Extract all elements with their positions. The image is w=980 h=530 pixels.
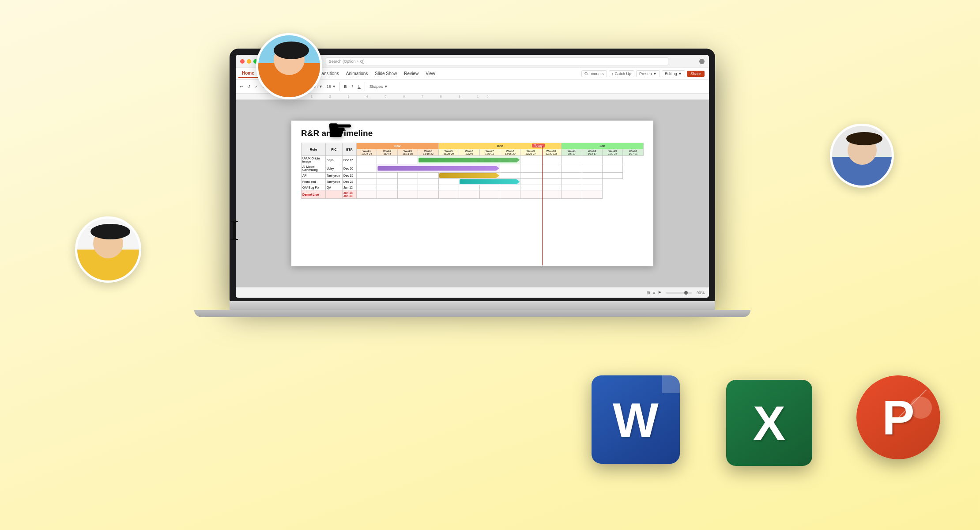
hand-cursor-icon: ☛ — [327, 113, 354, 148]
text-cursor-icon: I — [230, 216, 239, 245]
avatar-man-blue — [830, 124, 894, 188]
laptop-base — [230, 301, 715, 310]
powerpoint-app-icon[interactable]: P — [856, 375, 940, 459]
tab-animations[interactable]: Animations — [343, 70, 371, 77]
tab-view[interactable]: View — [422, 70, 439, 77]
table-row: Front-end Taehyeon Dec 22 — [302, 179, 644, 185]
table-row: API Taehyeon Dec 15 — [302, 173, 644, 179]
table-row: UI/UX Origin image Sejin Dec 15 — [302, 156, 644, 164]
excel-app-icon[interactable]: X — [726, 380, 812, 466]
table-row-demo: Demo/ Live Jan 15Jan 31 — [302, 190, 644, 199]
ppt-statusbar: ⊞ ≡ ⚑ 90% — [236, 287, 709, 298]
btn-catchup[interactable]: ↑ Catch Up — [609, 70, 635, 77]
avatar-woman-orange — [256, 33, 322, 99]
laptop-foot — [194, 310, 750, 317]
btn-share[interactable]: Share — [687, 71, 705, 77]
tab-slideshow[interactable]: Slide Show — [371, 70, 400, 77]
gantt-table: Role PIC ETA Nov Dec Jan — [301, 143, 644, 199]
table-row: QA/ Bug Fix QA Jan 12 — [302, 185, 644, 190]
btn-shapes[interactable]: Shapes ▼ — [367, 83, 390, 90]
btn-editing[interactable]: Editing ▼ — [662, 70, 685, 77]
table-row: AI Model Generating Uday Dec 20 — [302, 164, 644, 173]
tab-review[interactable]: Review — [400, 70, 422, 77]
window-controls — [240, 59, 258, 64]
canvas-area: R&R and Timeline Today Role PIC ETA — [236, 100, 709, 287]
avatar-woman-yellow — [75, 216, 141, 283]
btn-comments[interactable]: Comments — [581, 70, 607, 77]
word-app-icon[interactable]: W — [592, 375, 680, 464]
tab-home[interactable]: Home — [238, 69, 258, 78]
btn-presen[interactable]: Presen ▼ — [636, 70, 660, 77]
